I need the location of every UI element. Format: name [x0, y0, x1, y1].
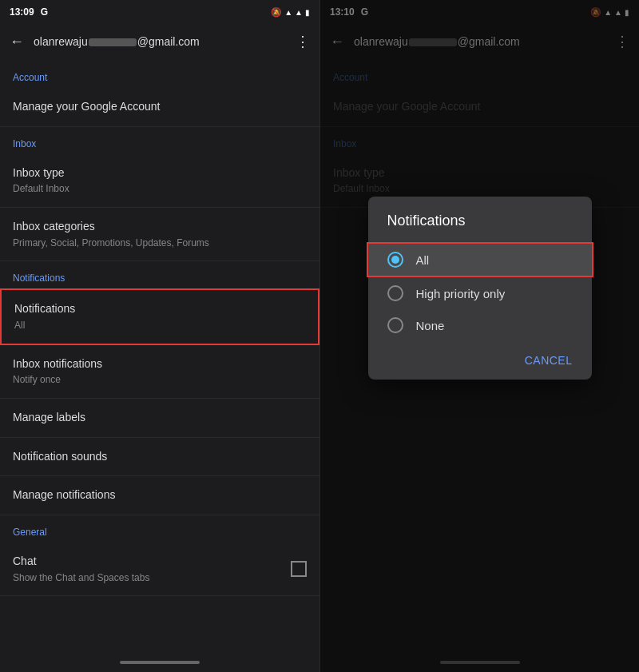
wifi-icon: ▲ [295, 8, 303, 17]
manage-account-title: Manage your Google Account [13, 99, 307, 115]
manage-labels-item[interactable]: Manage labels [0, 399, 320, 438]
email-blur-left [89, 38, 137, 46]
inbox-notifications-title: Inbox notifications [13, 356, 307, 372]
notifications-item-wrapper: Notifications All [0, 288, 320, 344]
mute-icon: 🔕 [271, 7, 282, 18]
notifications-item[interactable]: Notifications All [2, 290, 318, 343]
notifications-dialog: Notifications All High priority only Non… [368, 197, 592, 380]
back-button-left[interactable]: ← [10, 34, 24, 50]
section-notifications-left: Notifications [0, 261, 320, 288]
inbox-notifications-item[interactable]: Inbox notifications Notify once [0, 345, 320, 399]
chat-checkbox[interactable] [291, 561, 307, 577]
inbox-type-title: Inbox type [13, 165, 307, 181]
email-display-left: olanrewaju@gmail.com [34, 35, 286, 48]
option-none-label: None [416, 319, 445, 332]
inbox-notifications-subtitle: Notify once [13, 373, 307, 387]
inbox-type-subtitle: Default Inbox [13, 182, 307, 196]
bottom-indicator-left [120, 661, 200, 664]
signal-icon: ▲ [284, 8, 292, 17]
notification-sounds-item[interactable]: Notification sounds [0, 438, 320, 477]
carrier-left: G [41, 6, 48, 18]
manage-google-account[interactable]: Manage your Google Account [0, 88, 320, 127]
status-icons-left: 🔕 ▲ ▲ ▮ [271, 7, 310, 18]
dialog-option-none[interactable]: None [368, 309, 592, 341]
inbox-categories-item[interactable]: Inbox categories Primary, Social, Promot… [0, 208, 320, 261]
more-button-left[interactable]: ⋮ [296, 33, 310, 50]
radio-all [387, 252, 403, 268]
chat-item-content: Chat Show the Chat and Spaces tabs [13, 554, 307, 584]
radio-high-priority [387, 285, 403, 301]
dialog-option-all[interactable]: All [367, 242, 593, 277]
manage-notifications-item[interactable]: Manage notifications [0, 476, 320, 515]
chat-item[interactable]: Chat Show the Chat and Spaces tabs [0, 543, 320, 596]
notifications-subtitle: All [14, 319, 305, 332]
dialog-title: Notifications [368, 213, 592, 242]
notification-sounds-title: Notification sounds [13, 449, 307, 465]
section-inbox-left: Inbox [0, 127, 320, 154]
header-left: ← olanrewaju@gmail.com ⋮ [0, 22, 320, 61]
right-panel: 13:10 G 🔕 ▲ ▲ ▮ ← olanrewaju@gmail.com ⋮… [320, 0, 639, 672]
section-account-left: Account [0, 61, 320, 88]
status-time-left: 13:09 G [10, 6, 48, 18]
radio-all-inner [391, 256, 399, 264]
manage-labels-title: Manage labels [13, 410, 307, 426]
time-left: 13:09 [10, 6, 34, 18]
manage-notifications-title: Manage notifications [13, 487, 307, 503]
dialog-actions: Cancel [368, 341, 592, 380]
battery-icon: ▮ [305, 8, 310, 17]
chat-subtitle: Show the Chat and Spaces tabs [13, 571, 307, 585]
status-bar-left: 13:09 G 🔕 ▲ ▲ ▮ [0, 0, 320, 22]
notifications-title: Notifications [14, 301, 305, 317]
settings-list-left: Account Manage your Google Account Inbox… [0, 61, 320, 653]
dialog-option-high-priority[interactable]: High priority only [368, 277, 592, 309]
option-high-priority-label: High priority only [416, 287, 506, 300]
radio-none [387, 317, 403, 333]
bottom-bar-left [0, 653, 320, 672]
option-all-label: All [416, 253, 430, 267]
section-general-left: General [0, 515, 320, 543]
dialog-overlay: Notifications All High priority only Non… [320, 0, 639, 672]
chat-title: Chat [13, 554, 307, 570]
left-panel: 13:09 G 🔕 ▲ ▲ ▮ ← olanrewaju@gmail.com ⋮… [0, 0, 320, 672]
inbox-type-item[interactable]: Inbox type Default Inbox [0, 154, 320, 208]
inbox-categories-title: Inbox categories [13, 219, 307, 235]
cancel-button[interactable]: Cancel [518, 351, 579, 370]
inbox-categories-subtitle: Primary, Social, Promotions, Updates, Fo… [13, 237, 307, 250]
